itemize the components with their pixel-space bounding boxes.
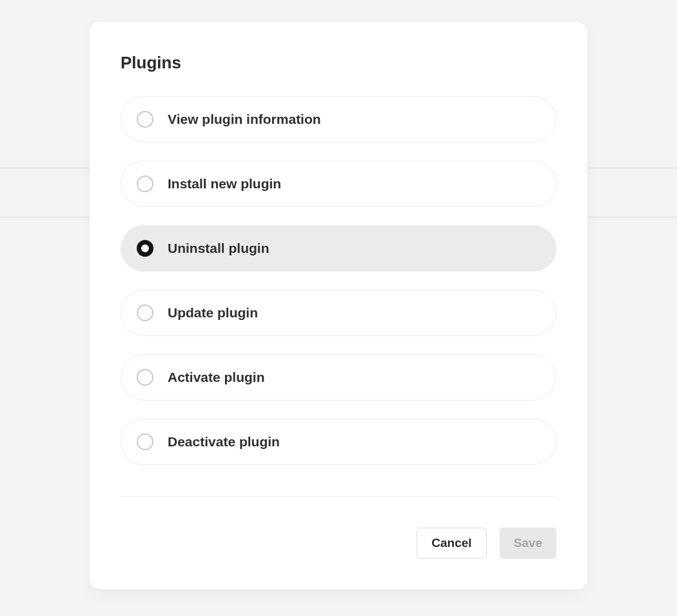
radio-icon: [137, 111, 153, 128]
option-label: View plugin information: [168, 112, 321, 127]
option-activate-plugin[interactable]: Activate plugin: [121, 354, 556, 401]
modal-title: Plugins: [121, 53, 556, 73]
radio-icon: [137, 175, 153, 192]
radio-icon: [137, 433, 153, 450]
options-list: View plugin information Install new plug…: [121, 96, 556, 465]
option-install-new-plugin[interactable]: Install new plugin: [121, 161, 556, 207]
modal-footer: Cancel Save: [121, 528, 556, 559]
option-label: Install new plugin: [168, 176, 281, 192]
option-deactivate-plugin[interactable]: Deactivate plugin: [121, 419, 556, 465]
radio-icon: [137, 240, 153, 257]
radio-icon: [137, 304, 153, 321]
cancel-button[interactable]: Cancel: [417, 528, 486, 559]
divider: [121, 496, 556, 497]
option-label: Uninstall plugin: [168, 241, 270, 256]
option-uninstall-plugin[interactable]: Uninstall plugin: [121, 225, 556, 272]
option-label: Deactivate plugin: [168, 434, 280, 450]
plugins-modal: Plugins View plugin information Install …: [90, 22, 587, 590]
option-view-plugin-information[interactable]: View plugin information: [121, 96, 556, 143]
option-label: Update plugin: [168, 305, 258, 321]
radio-icon: [137, 369, 153, 386]
save-button[interactable]: Save: [500, 528, 556, 559]
option-update-plugin[interactable]: Update plugin: [121, 290, 556, 336]
option-label: Activate plugin: [168, 370, 265, 385]
